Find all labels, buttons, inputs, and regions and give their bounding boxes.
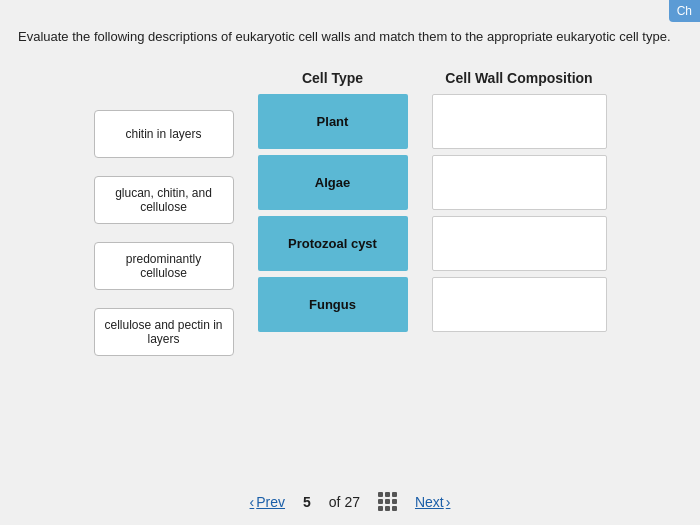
drop-zone-3[interactable] bbox=[432, 216, 607, 271]
instructions-text: Evaluate the following descriptions of e… bbox=[18, 28, 682, 46]
cell-type-protozoal: Protozoal cyst bbox=[258, 216, 408, 271]
drag-item-2[interactable]: glucan, chitin, and cellulose bbox=[94, 176, 234, 224]
grid-dot bbox=[392, 506, 397, 511]
cell-type-fungus: Fungus bbox=[258, 277, 408, 332]
next-button[interactable]: Next › bbox=[415, 494, 450, 510]
grid-dot bbox=[385, 506, 390, 511]
cell-wall-header: Cell Wall Composition bbox=[445, 70, 592, 86]
grid-dot bbox=[385, 492, 390, 497]
grid-dot bbox=[385, 499, 390, 504]
grid-dot bbox=[378, 506, 383, 511]
drop-zones-list bbox=[432, 94, 607, 332]
next-label: Next bbox=[415, 494, 444, 510]
cell-type-column: Cell Type Plant Algae Protozoal cyst Fun… bbox=[258, 70, 408, 332]
grid-dot bbox=[392, 492, 397, 497]
drop-zone-1[interactable] bbox=[432, 94, 607, 149]
grid-dot bbox=[378, 492, 383, 497]
drag-item-4[interactable]: cellulose and pectin in layers bbox=[94, 308, 234, 356]
main-content: chitin in layers glucan, chitin, and cel… bbox=[0, 70, 700, 475]
cell-type-algae: Algae bbox=[258, 155, 408, 210]
drop-zone-4[interactable] bbox=[432, 277, 607, 332]
grid-dot bbox=[378, 499, 383, 504]
cell-type-items: Plant Algae Protozoal cyst Fungus bbox=[258, 94, 408, 332]
drag-item-3[interactable]: predominantly cellulose bbox=[94, 242, 234, 290]
top-bar-label: Ch bbox=[669, 0, 700, 22]
drop-zones-column: Cell Wall Composition bbox=[432, 70, 607, 332]
drag-item-1[interactable]: chitin in layers bbox=[94, 110, 234, 158]
bottom-navigation: ‹ Prev 5 of 27 Next › bbox=[0, 492, 700, 511]
current-page: 5 bbox=[303, 494, 311, 510]
cell-type-plant: Plant bbox=[258, 94, 408, 149]
prev-button[interactable]: ‹ Prev bbox=[250, 494, 285, 510]
drop-zone-2[interactable] bbox=[432, 155, 607, 210]
grid-icon[interactable] bbox=[378, 492, 397, 511]
next-chevron-icon: › bbox=[446, 494, 451, 510]
prev-label: Prev bbox=[256, 494, 285, 510]
grid-dot bbox=[392, 499, 397, 504]
page-total: of 27 bbox=[329, 494, 360, 510]
drag-items-list: chitin in layers glucan, chitin, and cel… bbox=[94, 110, 234, 356]
prev-chevron-icon: ‹ bbox=[250, 494, 255, 510]
cell-type-header: Cell Type bbox=[302, 70, 363, 86]
